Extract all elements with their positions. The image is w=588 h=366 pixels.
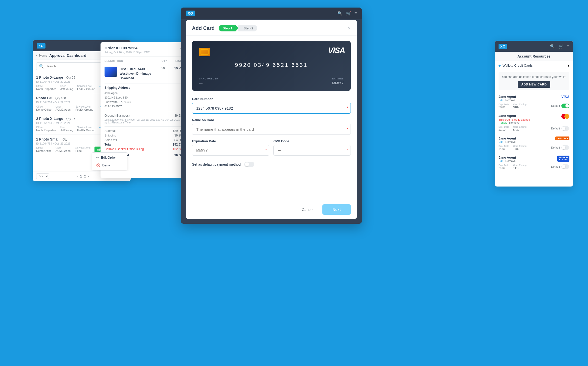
cvv-input[interactable] (273, 145, 351, 156)
desc-header: DESCRIPTION (105, 60, 159, 62)
order-item: Just Listed - 5413 Westhaven Dr - Image … (105, 67, 182, 80)
wallet-indicator (499, 65, 501, 67)
home-link[interactable]: Home (39, 54, 47, 57)
page-size-select[interactable]: 5 ▾ (36, 173, 49, 179)
amex-logo: AMERICANEXPRESS (557, 156, 569, 162)
default-toggle-row: Default (551, 104, 569, 108)
chevron-down-icon: ▾ (567, 63, 569, 68)
edit-link[interactable]: Edit (499, 99, 503, 102)
item-name: Photo BC (36, 96, 52, 100)
pagination: ‹ 1 2 › (77, 174, 89, 178)
tax-label: Sales tax (105, 138, 117, 142)
remove-link[interactable]: Remove (505, 159, 516, 162)
edit-order-menu-item[interactable]: ✏ Edit Order (92, 154, 127, 161)
item-qty: Qty 25 (66, 117, 75, 121)
cart-icon[interactable]: 🛒 (559, 44, 564, 49)
edit-link[interactable]: Edit (499, 140, 503, 143)
toggle-thumb (562, 165, 565, 168)
topbar-icons: 🔍 🛒 ≡ (337, 11, 357, 16)
card-entry-top: Jane Agent Edit Remove VISA (499, 95, 569, 102)
card-logo: VISA (557, 95, 569, 99)
shipping-row: Shipping $9.28 (105, 134, 182, 137)
renew-link[interactable]: Renew (499, 121, 507, 124)
default-toggle[interactable] (561, 164, 569, 169)
panel4-header: XO 🔍 🛒 ≡ (495, 41, 573, 52)
visa-logo: VISA (561, 95, 569, 99)
card-entry: Jane Agent Edit Remove AMERICANEXPRESS E… (499, 153, 569, 172)
search-input[interactable] (45, 64, 105, 68)
item-qty: 50 (159, 67, 167, 70)
default-toggle-row: Default (551, 126, 569, 131)
search-box[interactable]: 🔍 (36, 62, 107, 70)
default-label: Set as default payment method (192, 162, 241, 166)
header-icons: 🔍 🛒 ≡ (550, 44, 569, 49)
subtotal-row: Subtotal $39.25 (105, 129, 182, 133)
shipping-address: John Agent1301 NE Loop 820Fort Worth, TX… (105, 91, 182, 109)
step2-indicator: Step 2 (238, 25, 257, 31)
card-number-input[interactable] (192, 103, 351, 114)
back-button[interactable]: ‹ (36, 54, 37, 57)
deny-label: Deny (102, 163, 110, 167)
remove-link[interactable]: Remove (505, 140, 516, 143)
deny-icon: 🚫 (96, 163, 100, 167)
cart-icon[interactable]: 🛒 (346, 11, 351, 16)
card-entry: Jane Agent Edit Remove DISCOVER Exp. Dat… (499, 134, 569, 153)
estimated-arrival: Estimated Arrival: Between Tue, Jan 19, … (105, 118, 182, 124)
expiry-input[interactable] (192, 145, 269, 156)
add-new-card-button[interactable]: ADD NEW CARD (518, 81, 550, 88)
card-number-group: Card Number * (192, 97, 351, 114)
card-actions: Edit Remove (499, 140, 516, 143)
total-row: Total $52.53 (105, 143, 182, 146)
subtotal-label: Subtotal (105, 129, 116, 133)
card-holder-name: Jane Agent (499, 156, 516, 159)
step1-indicator: Step 1 (219, 25, 238, 31)
menu-icon[interactable]: ≡ (567, 44, 569, 49)
next-button[interactable]: Next (322, 204, 351, 215)
add-card-modal: Add Card Step 1 Step 2 × VISA 9920 0349 … (186, 20, 357, 219)
default-toggle-row: Default (551, 164, 569, 169)
prev-page-button[interactable]: ‹ (77, 174, 78, 178)
name-on-card-input[interactable] (192, 124, 351, 135)
account-resources-title: Account Resources (495, 52, 573, 61)
wallet-dropdown[interactable]: Wallet / Credit Cards ▾ (495, 61, 573, 70)
cancel-button[interactable]: Cancel (296, 204, 320, 215)
column-headers: DESCRIPTION QTY PRICE (105, 60, 182, 64)
step-indicator: Step 1 Step 2 (219, 25, 257, 31)
total-label: Total (105, 143, 112, 146)
close-button[interactable]: × (348, 25, 351, 31)
remove-link[interactable]: Remove (505, 99, 516, 102)
search-icon[interactable]: 🔍 (550, 44, 555, 49)
shipping-method: Ground (Business) (105, 114, 130, 117)
default-toggle[interactable] (561, 145, 569, 150)
cvv-label: CVV Code (273, 139, 351, 143)
default-toggle[interactable] (561, 104, 569, 108)
item-name: Just Listed - 5413 Westhaven Dr - Image … (120, 67, 151, 80)
chip-lines (201, 49, 209, 55)
discover-logo: DISCOVER (555, 136, 569, 140)
card-entry: Jane Agent Edit Remove VISA Exp. Date 23… (499, 92, 569, 111)
required-star: * (347, 148, 348, 152)
search-icon[interactable]: 🔍 (337, 11, 342, 16)
card-details: Exp. Date 24/06 Card Ending 7789 Default (499, 145, 569, 150)
visa-logo: VISA (328, 46, 345, 55)
context-menu: ✏ Edit Order 🚫 Deny (92, 152, 127, 170)
card-actions: Edit Remove (499, 99, 516, 102)
deny-menu-item[interactable]: 🚫 Deny (92, 161, 127, 169)
next-page-button[interactable]: › (88, 174, 89, 178)
shipping-method-row: Ground (Business) $9.28 (105, 114, 182, 117)
name-on-card-group: Name on Card * (192, 118, 351, 135)
default-toggle[interactable] (244, 162, 254, 167)
required-star: * (266, 148, 267, 152)
card-entry-top: Jane Agent Edit Remove AMERICANEXPRESS (499, 156, 569, 162)
card-entry: Jane Agent This credit card is expired R… (499, 111, 569, 134)
default-toggle[interactable] (561, 126, 569, 131)
xo-logo: XO (37, 43, 45, 49)
card-holder-name: Jane Agent (499, 95, 516, 99)
menu-icon[interactable]: ≡ (355, 11, 357, 16)
edit-link[interactable]: Edit (499, 159, 503, 162)
next-page-number[interactable]: 2 (84, 174, 86, 178)
total-value: $52.53 (173, 143, 182, 146)
remove-link[interactable]: Remove (509, 121, 519, 124)
card-number-label: Card Number (192, 97, 351, 101)
expires-value: MM/YY (332, 81, 344, 85)
